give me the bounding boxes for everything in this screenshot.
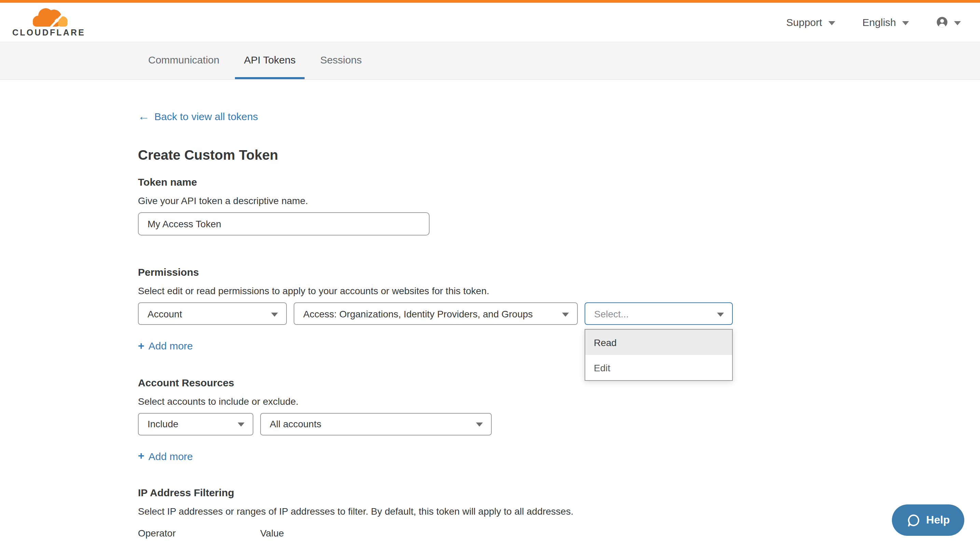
chat-bubble-icon <box>906 513 921 527</box>
operator-label: Operator <box>138 528 254 539</box>
value-label: Value <box>260 528 729 539</box>
chevron-down-icon <box>828 21 835 25</box>
back-link-label: Back to view all tokens <box>154 111 258 122</box>
account-resources-row: Include All accounts <box>138 412 980 435</box>
ip-filtering-labels: Operator Value <box>138 528 980 539</box>
token-name-input[interactable] <box>138 212 430 235</box>
permissions-heading: Permissions <box>138 266 980 278</box>
support-menu-label: Support <box>786 16 822 28</box>
permission-level-select[interactable]: Select... Read Edit <box>585 302 733 325</box>
help-button-label: Help <box>926 514 950 526</box>
tab-api-tokens[interactable]: API Tokens <box>235 42 304 79</box>
permission-scope-select[interactable]: Account <box>138 302 287 325</box>
permission-scope-value: Account <box>148 308 182 319</box>
chevron-down-icon <box>954 21 961 25</box>
account-menu[interactable] <box>936 16 961 28</box>
left-arrow-icon: ← <box>138 111 150 122</box>
permissions-add-more-link[interactable]: + Add more <box>138 340 193 352</box>
menu-item-read[interactable]: Read <box>585 330 732 355</box>
chevron-down-icon <box>271 312 278 316</box>
tab-sessions[interactable]: Sessions <box>312 42 371 79</box>
add-more-label: Add more <box>148 340 193 352</box>
token-name-heading: Token name <box>138 176 980 188</box>
account-resources-heading: Account Resources <box>138 376 980 388</box>
avatar-icon <box>936 16 948 28</box>
top-accent-bar <box>0 0 980 3</box>
account-resources-description: Select accounts to include or exclude. <box>138 395 980 406</box>
language-menu-label: English <box>862 16 896 28</box>
chevron-down-icon <box>562 312 569 316</box>
chevron-down-icon <box>717 312 724 316</box>
plus-icon: + <box>138 450 145 462</box>
tab-bar: Communication API Tokens Sessions <box>0 42 980 80</box>
permission-resource-select[interactable]: Access: Organizations, Identity Provider… <box>294 302 578 325</box>
ip-filtering-description: Select IP addresses or ranges of IP addr… <box>138 506 980 517</box>
ip-filtering-heading: IP Address Filtering <box>138 487 980 498</box>
permission-level-menu: Read Edit <box>584 329 732 381</box>
chevron-down-icon <box>238 422 245 427</box>
header-nav: Support English <box>786 16 961 28</box>
header: CLOUDFLARE Support English <box>0 3 980 42</box>
permissions-description: Select edit or read permissions to apply… <box>138 285 980 296</box>
account-target-select[interactable]: All accounts <box>260 412 492 435</box>
page: CLOUDFLARE Support English <box>0 0 980 544</box>
chevron-down-icon <box>476 422 483 427</box>
account-mode-value: Include <box>148 419 178 429</box>
tab-communication[interactable]: Communication <box>139 42 228 79</box>
help-button[interactable]: Help <box>892 504 964 536</box>
account-resources-add-more-link[interactable]: + Add more <box>138 450 193 462</box>
support-menu[interactable]: Support <box>786 16 835 28</box>
account-mode-select[interactable]: Include <box>138 412 253 435</box>
plus-icon: + <box>138 340 145 351</box>
permission-level-placeholder: Select... <box>594 308 628 319</box>
chevron-down-icon <box>902 21 909 25</box>
page-title: Create Custom Token <box>138 147 980 163</box>
cloudflare-logo-text: CLOUDFLARE <box>12 28 85 38</box>
cloudflare-logo[interactable]: CLOUDFLARE <box>12 7 85 38</box>
permission-resource-value: Access: Organizations, Identity Provider… <box>303 308 533 319</box>
token-name-description: Give your API token a descriptive name. <box>138 195 980 206</box>
cloudflare-cloud-icon <box>30 7 68 29</box>
back-link[interactable]: ← Back to view all tokens <box>138 111 258 122</box>
add-more-label: Add more <box>148 450 193 462</box>
language-menu[interactable]: English <box>862 16 909 28</box>
menu-item-edit[interactable]: Edit <box>585 355 732 380</box>
main-content: ← Back to view all tokens Create Custom … <box>0 80 980 544</box>
account-target-value: All accounts <box>270 419 321 429</box>
permissions-row: Account Access: Organizations, Identity … <box>138 302 980 325</box>
